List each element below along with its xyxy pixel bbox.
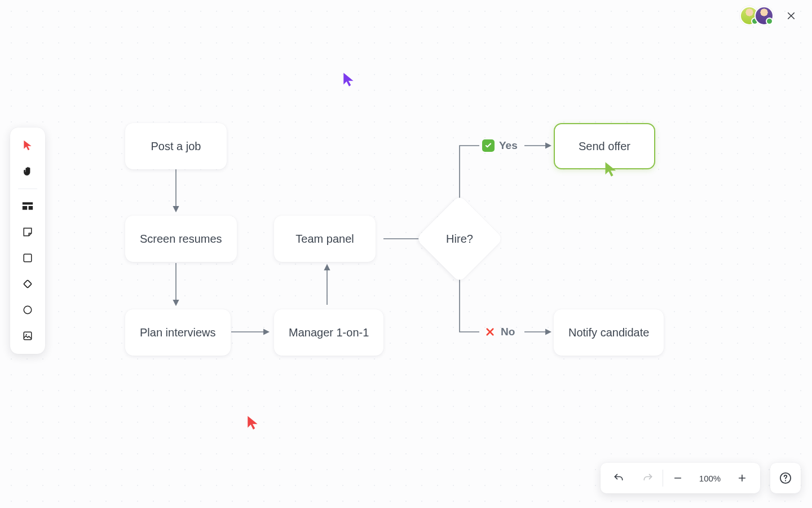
- node-label: Notify candidate: [568, 326, 649, 339]
- zoom-controls: 100%: [601, 463, 760, 493]
- redo-icon: [642, 472, 654, 484]
- help-button[interactable]: [770, 463, 801, 493]
- node-plan-interviews[interactable]: Plan interviews: [125, 309, 231, 356]
- tool-circle[interactable]: [15, 297, 41, 322]
- diamond-icon: [22, 278, 33, 290]
- tool-select[interactable]: [15, 133, 41, 158]
- tool-palette: [10, 128, 45, 354]
- svg-rect-13: [24, 332, 32, 340]
- avatar[interactable]: [754, 6, 774, 25]
- node-team-panel[interactable]: Team panel: [274, 216, 376, 262]
- collaborator-cursor-purple: [343, 72, 355, 89]
- tool-sticky[interactable]: [15, 220, 41, 244]
- node-label: Hire?: [446, 233, 473, 246]
- svg-point-19: [785, 480, 786, 481]
- svg-rect-7: [23, 202, 33, 204]
- section-icon: [22, 202, 33, 211]
- plus-icon: [738, 474, 747, 483]
- tool-diamond[interactable]: [15, 271, 41, 296]
- node-label: Manager 1-on-1: [289, 326, 369, 339]
- zoom-out-button[interactable]: [663, 463, 692, 493]
- close-button[interactable]: [782, 6, 801, 25]
- collaborator-cursor-red: [247, 415, 259, 432]
- cursor-icon: [23, 140, 33, 151]
- x-icon: [484, 326, 496, 338]
- undo-icon: [613, 472, 624, 484]
- close-icon: [787, 11, 796, 20]
- svg-point-14: [26, 334, 27, 335]
- node-send-offer[interactable]: Send offer: [554, 123, 655, 169]
- divider: [18, 189, 37, 189]
- svg-rect-11: [24, 280, 32, 288]
- square-icon: [23, 253, 33, 263]
- undo-button[interactable]: [604, 463, 633, 493]
- node-post-job[interactable]: Post a job: [125, 123, 227, 169]
- node-label: Screen resumes: [140, 233, 222, 246]
- help-icon: [779, 472, 792, 484]
- zoom-value[interactable]: 100%: [692, 474, 727, 483]
- tool-pan[interactable]: [15, 159, 41, 184]
- node-screen-resumes[interactable]: Screen resumes: [125, 216, 237, 262]
- circle-icon: [23, 305, 33, 315]
- node-manager-1on1[interactable]: Manager 1-on-1: [274, 309, 383, 356]
- svg-rect-10: [24, 254, 32, 262]
- node-label: Post a job: [151, 140, 201, 153]
- zoom-bar: 100%: [601, 463, 801, 493]
- branch-label: Yes: [499, 139, 518, 152]
- minus-icon: [673, 474, 682, 483]
- node-label: Team panel: [295, 233, 354, 246]
- image-icon: [23, 331, 33, 341]
- zoom-in-button[interactable]: [727, 463, 757, 493]
- tool-image[interactable]: [15, 323, 41, 348]
- canvas[interactable]: Post a job Screen resumes Plan interview…: [0, 0, 812, 508]
- hand-icon: [22, 166, 33, 177]
- branch-label: No: [501, 326, 515, 338]
- tool-rectangle[interactable]: [15, 246, 41, 270]
- redo-button[interactable]: [633, 463, 663, 493]
- collaborator-avatars[interactable]: [740, 6, 774, 25]
- connectors: [0, 0, 812, 508]
- node-label: Send offer: [579, 140, 630, 153]
- node-hire-decision[interactable]: Hire?: [429, 208, 491, 270]
- header: [729, 0, 812, 32]
- sticky-note-icon: [23, 227, 33, 237]
- svg-rect-8: [23, 206, 27, 210]
- node-notify-candidate[interactable]: Notify candidate: [554, 309, 664, 356]
- branch-no[interactable]: No: [484, 326, 515, 338]
- tool-section[interactable]: [15, 194, 41, 218]
- svg-rect-9: [29, 206, 33, 210]
- svg-point-12: [24, 306, 32, 314]
- node-label: Plan interviews: [140, 326, 216, 339]
- check-icon: [482, 139, 495, 152]
- branch-yes[interactable]: Yes: [482, 139, 518, 152]
